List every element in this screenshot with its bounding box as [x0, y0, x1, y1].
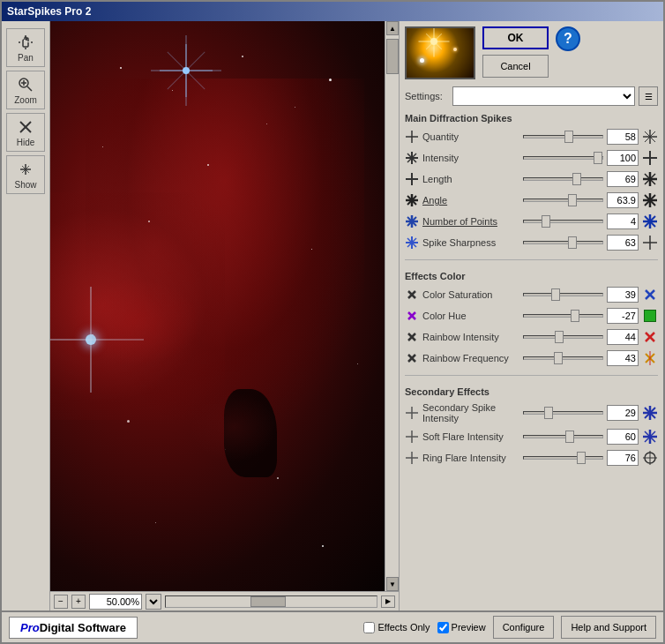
- intensity-label: Intensity: [422, 153, 519, 163]
- color-hue-value: -27: [607, 308, 639, 324]
- num-points-label: Number of Points: [422, 216, 519, 227]
- top-controls: OK Cancel ?: [405, 26, 658, 79]
- rainbow-frequency-slider[interactable]: [523, 356, 603, 360]
- v-scroll-thumb[interactable]: [386, 39, 399, 74]
- ok-button[interactable]: OK: [482, 26, 549, 49]
- horizontal-scrollbar[interactable]: [165, 595, 377, 608]
- soft-flare-slider[interactable]: [523, 435, 603, 438]
- spike-sharpness-value: 63: [607, 235, 639, 251]
- length-slider[interactable]: [523, 177, 603, 181]
- secondary-spike-row: Secondary Spike Intensity 29: [405, 402, 658, 423]
- quantity-row: Quantity 58: [405, 129, 658, 145]
- settings-select[interactable]: [452, 86, 635, 106]
- spike-sharpness-icon: [405, 236, 419, 250]
- color-saturation-icon: [405, 288, 419, 302]
- color-saturation-label: Color Saturation: [422, 289, 519, 300]
- svg-line-1: [27, 86, 32, 91]
- rainbow-intensity-end-icon: [642, 329, 658, 345]
- hide-label: Hide: [17, 138, 35, 147]
- right-panel: OK Cancel ? Settings: ☰ Main Diffraction…: [399, 21, 663, 610]
- secondary-spike-slider[interactable]: [523, 411, 603, 415]
- angle-slider[interactable]: [523, 198, 603, 202]
- h-scroll-thumb[interactable]: [250, 596, 286, 607]
- color-hue-icon: [405, 309, 419, 323]
- ring-flare-value: 76: [607, 450, 639, 466]
- color-saturation-row: Color Saturation 39: [405, 287, 658, 303]
- length-label: Length: [422, 174, 519, 184]
- angle-slider-container: [523, 193, 603, 207]
- content-area: Pan Zoom Hide: [2, 21, 663, 610]
- effects-only-checkbox[interactable]: [363, 622, 375, 633]
- num-points-value: 4: [607, 213, 639, 229]
- spike-sharpness-row: Spike Sharpness 63: [405, 235, 658, 251]
- intensity-slider[interactable]: [523, 156, 603, 160]
- spike-sharpness-slider-container: [523, 236, 603, 250]
- quantity-value: 58: [607, 129, 639, 145]
- zoom-input[interactable]: 50.00%: [89, 594, 142, 610]
- length-value: 69: [607, 171, 639, 187]
- length-slider-container: [523, 172, 603, 186]
- intensity-icon: [405, 151, 419, 165]
- color-hue-label: Color Hue: [422, 311, 519, 321]
- hide-tool-button[interactable]: Hide: [6, 113, 45, 152]
- angle-icon: [405, 193, 419, 207]
- angle-end-icon: [642, 192, 658, 208]
- ring-flare-slider[interactable]: [523, 456, 603, 460]
- title-bar: StarSpikes Pro 2: [2, 2, 663, 21]
- zoom-out-button[interactable]: −: [54, 595, 68, 609]
- zoom-label: Zoom: [14, 95, 37, 105]
- color-hue-row: Color Hue -27: [405, 308, 658, 324]
- color-saturation-slider[interactable]: [523, 293, 603, 296]
- effects-only-text: Effects Only: [377, 622, 430, 633]
- settings-menu-button[interactable]: ☰: [639, 86, 658, 106]
- pan-label: Pan: [18, 53, 34, 63]
- secondary-effects-title: Secondary Effects: [405, 386, 658, 397]
- preview-thumbnail: [405, 26, 475, 79]
- num-points-row: Number of Points 4: [405, 213, 658, 229]
- show-label: Show: [14, 180, 36, 190]
- num-points-slider[interactable]: [523, 220, 603, 223]
- rainbow-intensity-value: 44: [607, 329, 639, 345]
- num-points-icon: [405, 214, 419, 228]
- color-saturation-value: 39: [607, 287, 639, 303]
- rainbow-intensity-slider[interactable]: [523, 335, 603, 339]
- pan-tool-button[interactable]: Pan: [6, 28, 45, 67]
- zoom-in-button[interactable]: +: [71, 595, 86, 609]
- rainbow-frequency-row: Rainbow Frequency 43: [405, 350, 658, 366]
- num-points-end-icon: [642, 213, 658, 229]
- ring-flare-end-icon: [642, 450, 658, 466]
- ring-flare-icon: [405, 451, 419, 465]
- effects-only-label[interactable]: Effects Only: [363, 622, 430, 633]
- canvas-area: ▲ ▼ − + 50.00% ▶: [50, 21, 399, 610]
- help-button[interactable]: ?: [556, 26, 580, 51]
- nebula-canvas: [50, 21, 399, 591]
- preview-text: Preview: [452, 622, 486, 633]
- zoom-dropdown[interactable]: [146, 594, 161, 610]
- quantity-slider-container: [523, 130, 603, 144]
- rainbow-intensity-slider-container: [523, 330, 603, 344]
- help-support-button[interactable]: Help and Support: [561, 616, 656, 639]
- soft-flare-row: Soft Flare Intensity 60: [405, 429, 658, 445]
- secondary-spike-icon: [405, 406, 419, 420]
- preview-label[interactable]: Preview: [437, 622, 486, 633]
- color-hue-slider-container: [523, 309, 603, 323]
- preview-checkbox[interactable]: [437, 622, 449, 633]
- configure-button[interactable]: Configure: [493, 616, 555, 639]
- brand-button[interactable]: ProDigital ProDigital SoftwareSoftware: [9, 617, 138, 639]
- intensity-end-icon: [642, 150, 658, 166]
- settings-row: Settings: ☰: [405, 86, 658, 106]
- cancel-button[interactable]: Cancel: [482, 55, 549, 78]
- quantity-slider[interactable]: [523, 135, 603, 139]
- canvas-scroll[interactable]: ▲ ▼: [50, 21, 399, 591]
- bottom-controls: Effects Only Preview Configure Help and …: [363, 616, 656, 639]
- color-hue-end-icon: [642, 308, 658, 324]
- quantity-end-icon: [642, 129, 658, 145]
- show-tool-button[interactable]: Show: [6, 155, 45, 194]
- scroll-right-button[interactable]: ▶: [381, 595, 395, 608]
- zoom-tool-button[interactable]: Zoom: [6, 71, 45, 109]
- color-hue-slider[interactable]: [523, 314, 603, 318]
- main-diffraction-title: Main Diffraction Spikes: [405, 113, 658, 124]
- vertical-scrollbar[interactable]: ▲ ▼: [385, 21, 399, 591]
- soft-flare-slider-container: [523, 430, 603, 444]
- spike-sharpness-slider[interactable]: [523, 241, 603, 244]
